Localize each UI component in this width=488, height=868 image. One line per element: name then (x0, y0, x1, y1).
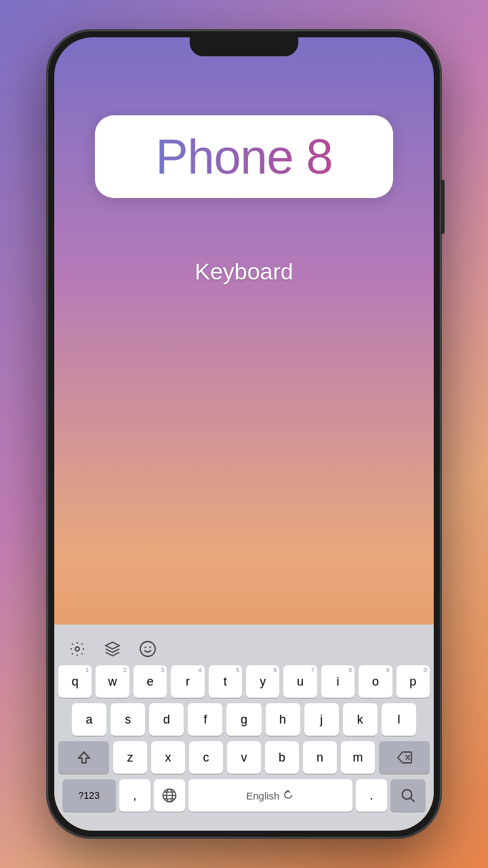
key-r[interactable]: r4 (171, 665, 204, 698)
key-s[interactable]: s (110, 703, 145, 736)
key-t[interactable]: t5 (209, 665, 242, 698)
key-i[interactable]: i8 (321, 665, 354, 698)
key-row-1: q1 w2 e3 r4 t5 y6 u7 i8 o9 p0 (58, 665, 430, 698)
shift-key[interactable] (58, 741, 109, 774)
svg-point-1 (140, 642, 155, 656)
keyboard-toolbar (54, 631, 434, 665)
key-y[interactable]: y6 (246, 665, 279, 698)
emoji-icon[interactable] (136, 637, 160, 661)
settings-icon[interactable] (65, 637, 89, 661)
title-card: Phone 8 (95, 115, 393, 198)
key-j[interactable]: j (304, 703, 339, 736)
app-title-keyboard: Keyboard (54, 258, 434, 285)
key-n[interactable]: n (303, 741, 337, 774)
svg-point-3 (149, 646, 150, 648)
key-f[interactable]: f (188, 703, 222, 736)
key-row-3: z x c v b n m (58, 741, 430, 774)
comma-key[interactable]: , (119, 779, 150, 812)
key-p[interactable]: p0 (396, 665, 430, 698)
paint-icon[interactable] (100, 637, 125, 661)
search-key[interactable] (390, 779, 426, 812)
key-row-2: a s d f g h j k l (58, 703, 430, 736)
numbers-key[interactable]: ?123 (62, 779, 116, 812)
delete-key[interactable] (379, 741, 430, 774)
key-h[interactable]: h (266, 703, 300, 736)
key-k[interactable]: k (343, 703, 378, 736)
space-label: English (246, 790, 279, 802)
key-c[interactable]: c (189, 741, 223, 774)
key-w[interactable]: w2 (96, 665, 129, 698)
key-l[interactable]: l (382, 703, 416, 736)
key-x[interactable]: x (151, 741, 185, 774)
phone-frame: Phone 8 Keyboard (47, 31, 441, 837)
key-z[interactable]: z (113, 741, 147, 774)
key-b[interactable]: b (265, 741, 299, 774)
key-a[interactable]: a (72, 703, 106, 736)
key-m[interactable]: m (341, 741, 375, 774)
svg-point-2 (144, 646, 146, 648)
key-row-bottom: ?123 , English (58, 779, 430, 812)
svg-line-10 (411, 798, 415, 802)
period-key[interactable]: . (356, 779, 387, 812)
phone-screen: Phone 8 Keyboard (54, 37, 434, 831)
space-key[interactable]: English (188, 779, 352, 812)
svg-point-0 (75, 647, 79, 651)
keyboard-rows: q1 w2 e3 r4 t5 y6 u7 i8 o9 p0 a s d f (54, 665, 434, 812)
key-q[interactable]: q1 (58, 665, 92, 698)
key-v[interactable]: v (227, 741, 261, 774)
phone-notch (190, 37, 298, 56)
keyboard-area: q1 w2 e3 r4 t5 y6 u7 i8 o9 p0 a s d f (54, 625, 434, 831)
key-e[interactable]: e3 (134, 665, 167, 698)
key-d[interactable]: d (149, 703, 184, 736)
app-title-phone: Phone 8 (122, 132, 366, 181)
key-g[interactable]: g (226, 703, 261, 736)
key-o[interactable]: o9 (359, 665, 392, 698)
globe-key[interactable] (154, 779, 185, 812)
key-u[interactable]: u7 (283, 665, 317, 698)
